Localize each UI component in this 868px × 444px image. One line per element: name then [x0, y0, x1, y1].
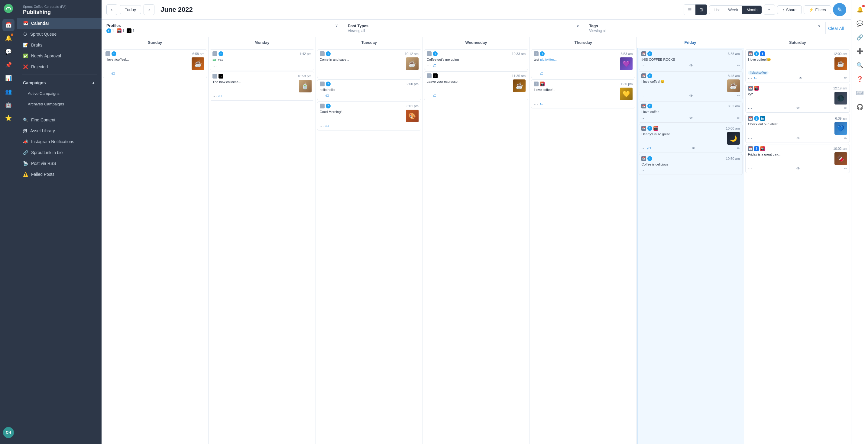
eye-icon[interactable]: 👁: [799, 76, 802, 80]
post-card[interactable]: ↑ t 6:58 am I love #coffee!... ☕ ··· 🏷: [103, 49, 207, 78]
post-card[interactable]: 📅 t f 12:00 am I love coffee!😊 ☕ #blackc…: [745, 49, 850, 83]
sidebar-item-rejected[interactable]: ❌ Rejected: [17, 61, 101, 72]
sidebar-item-sprout-queue[interactable]: ⏱ Sprout Queue: [17, 29, 101, 39]
edit-icon[interactable]: ✏: [737, 116, 740, 120]
eye-icon[interactable]: 👁: [796, 136, 800, 140]
view-list-btn[interactable]: List: [709, 6, 724, 14]
next-button[interactable]: ›: [144, 4, 154, 15]
tag-icon[interactable]: 🏷: [433, 94, 436, 98]
eye-icon[interactable]: 👁: [796, 106, 800, 110]
tag-icon[interactable]: 🏷: [325, 124, 329, 128]
right-help-icon[interactable]: ❓: [854, 73, 866, 85]
tag-icon[interactable]: 🏷: [433, 63, 436, 68]
view-list-icon-btn[interactable]: ☰: [684, 4, 695, 15]
more-actions-icon[interactable]: ···: [427, 63, 431, 68]
rail-reports-icon[interactable]: 📊: [2, 72, 14, 84]
edit-icon[interactable]: ✏: [737, 63, 740, 68]
rail-notifications-icon[interactable]: 🔔: [2, 32, 14, 44]
tag-icon[interactable]: 🏷: [539, 102, 543, 106]
more-actions-icon[interactable]: ···: [748, 136, 752, 141]
post-card[interactable]: ↑ t 10:33 am Coffee get's me going ··· 🏷: [424, 49, 528, 70]
sidebar-item-sproutlink[interactable]: 🔗 SproutLink in bio: [17, 147, 101, 158]
right-search-icon[interactable]: 🔍: [854, 59, 866, 71]
more-actions-icon[interactable]: ···: [748, 75, 752, 80]
more-actions-icon[interactable]: ···: [534, 101, 538, 106]
right-add-icon[interactable]: ➕: [854, 45, 866, 57]
today-button[interactable]: Today: [120, 5, 141, 14]
edit-icon[interactable]: ✏: [844, 106, 847, 110]
post-card[interactable]: ↑ ♪ 10:53 pm The new collectio... 🍵 ··· …: [210, 71, 314, 101]
post-card[interactable]: ↑ t 3:01 pm Good Morning!... 🎨 ··· 🏷: [317, 101, 421, 130]
prev-button[interactable]: ‹: [106, 4, 117, 15]
tag-icon[interactable]: 🏷: [111, 71, 115, 76]
tag-icon[interactable]: 🏷: [753, 76, 757, 80]
rail-star-icon[interactable]: ⭐: [2, 112, 14, 124]
user-avatar[interactable]: CH: [3, 427, 14, 438]
right-keyboard-icon[interactable]: ⌨: [854, 87, 866, 99]
post-card[interactable]: 📅 t 8:48 am I love coffee!😊 ☕ ··· 👁 ✏: [639, 71, 742, 100]
view-grid-icon-btn[interactable]: ⊞: [695, 4, 707, 15]
more-actions-icon[interactable]: ···: [320, 124, 324, 128]
eye-icon[interactable]: 👁: [689, 116, 693, 120]
more-actions-icon[interactable]: ···: [213, 94, 217, 98]
eye-icon[interactable]: 👁: [689, 94, 693, 98]
tag-icon[interactable]: 🏷: [325, 94, 329, 98]
right-messages-icon[interactable]: 💬: [854, 18, 866, 30]
profiles-chevron-icon[interactable]: ∨: [335, 24, 338, 28]
sidebar-item-post-rss[interactable]: 📡 Post via RSS: [17, 158, 101, 169]
view-month-btn[interactable]: Month: [742, 6, 762, 14]
edit-icon[interactable]: ✏: [844, 166, 847, 171]
more-actions-icon[interactable]: ···: [427, 93, 431, 98]
edit-icon[interactable]: ✏: [737, 146, 740, 151]
tag-icon[interactable]: 🏷: [539, 71, 543, 76]
campaigns-section-header[interactable]: Campaigns ▲: [17, 77, 101, 88]
rail-publishing-icon[interactable]: 📅: [2, 19, 14, 31]
rail-messages-icon[interactable]: 💬: [2, 45, 14, 58]
post-card[interactable]: 📅 t 8:52 am I love coffee ··· 👁 ✏: [639, 101, 742, 122]
right-notifications-icon[interactable]: 🔔: [854, 4, 866, 16]
more-actions-icon[interactable]: ···: [213, 63, 217, 68]
more-actions-icon[interactable]: ···: [320, 93, 324, 98]
more-actions-icon[interactable]: ···: [748, 166, 752, 171]
right-link-icon[interactable]: 🔗: [854, 31, 866, 43]
view-week-btn[interactable]: Week: [724, 6, 742, 14]
more-actions-icon[interactable]: ···: [748, 106, 752, 110]
sidebar-item-calendar[interactable]: 📅 Calendar: [17, 18, 101, 29]
compose-button[interactable]: ✎: [833, 3, 846, 16]
more-actions-icon[interactable]: ···: [105, 71, 110, 76]
sidebar-item-needs-approval[interactable]: ✅ Needs Approval: [17, 51, 101, 61]
sidebar-item-asset-library[interactable]: 🖼 Asset Library: [17, 125, 101, 136]
eye-icon[interactable]: 👁: [689, 63, 693, 68]
post-types-chevron-icon[interactable]: ∨: [576, 24, 579, 28]
rail-automation-icon[interactable]: 🤖: [2, 99, 14, 111]
post-card[interactable]: ↑ t 2:00 pm hello hello ··· 🏷: [317, 80, 421, 100]
edit-icon[interactable]: ✏: [844, 76, 847, 80]
eye-icon[interactable]: 👁: [692, 146, 695, 151]
sidebar-item-drafts[interactable]: 📝 Drafts: [17, 39, 101, 51]
app-logo[interactable]: [4, 4, 13, 14]
more-actions-icon[interactable]: ···: [641, 63, 646, 68]
post-card[interactable]: ↑ 📷 1:30 pm I love coffee!... 💛 ··· 🏷: [531, 80, 635, 108]
eye-icon[interactable]: 👁: [796, 166, 800, 171]
post-card[interactable]: ↑ t 10:12 am Come in and save... ☕ ···: [317, 49, 421, 78]
right-headphones-icon[interactable]: 🎧: [854, 101, 866, 113]
post-card[interactable]: ↑ t 6:53 am test pic.twitter... 💜 ··· 🏷: [531, 49, 635, 78]
edit-icon[interactable]: ✏: [844, 136, 847, 140]
sidebar-item-failed-posts[interactable]: ⚠️ Failed Posts: [17, 169, 101, 180]
tag-icon[interactable]: 🏷: [647, 146, 651, 151]
rail-tasks-icon[interactable]: 📌: [2, 59, 14, 71]
sidebar-item-archived-campaigns[interactable]: Archived Campaigns: [17, 99, 101, 109]
tags-chevron-icon[interactable]: ∨: [818, 24, 820, 28]
more-actions-icon[interactable]: ···: [534, 71, 538, 76]
post-card[interactable]: 📅 📷 12:19 am xyz 🌑 ··· 👁 ✏: [745, 84, 850, 113]
sidebar-item-active-campaigns[interactable]: Active Campaigns: [17, 88, 101, 99]
post-card[interactable]: ↑ ♪ 11:35 am Leave your espresso... ☕ ··…: [424, 71, 528, 100]
sidebar-item-instagram-notifications[interactable]: 📣 Instagram Notifications: [17, 136, 101, 147]
more-actions-icon[interactable]: ···: [641, 146, 646, 151]
share-button[interactable]: ↑ Share: [777, 5, 802, 14]
post-card[interactable]: 📅 t 6:38 am tHIS COFFEE ROCKS ··· 👁 ✏: [639, 49, 742, 70]
more-actions-icon[interactable]: ···: [641, 93, 646, 98]
post-card[interactable]: ↑ t 1:42 pm ⇄ yay ···: [210, 49, 314, 70]
tag-icon[interactable]: 🏷: [218, 94, 222, 98]
edit-icon[interactable]: ✏: [737, 94, 740, 98]
